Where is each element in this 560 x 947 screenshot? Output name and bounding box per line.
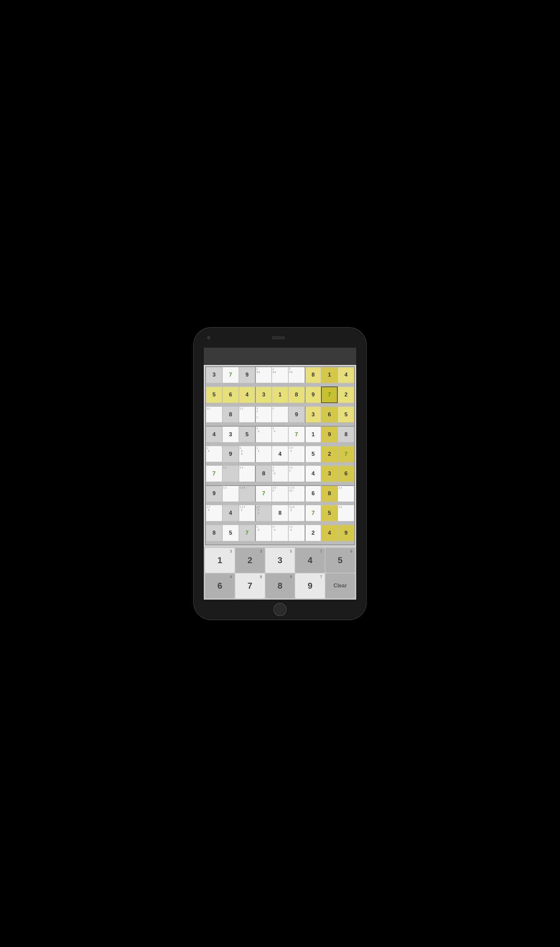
num-button-5[interactable]: 56 [325,548,355,573]
grid-cell[interactable]: 1 2 [222,465,239,482]
grid-cell[interactable]: 1 6 8 [239,446,255,462]
grid-cell[interactable]: 5 [222,525,239,541]
grid-cell[interactable]: 7 [288,426,305,442]
grid-cell[interactable]: 1 [305,426,322,442]
grid-cell[interactable]: 1 3 6 [288,446,305,462]
grid-cell[interactable]: 8 [272,505,288,521]
grid-cell[interactable]: 1 2 3 6 [239,505,255,521]
grid-cell[interactable]: 1 2 3 [239,485,255,502]
num-button-9[interactable]: 97 [295,573,325,598]
grid-cell[interactable]: 4 [239,386,255,403]
grid-cell[interactable]: 4 [222,505,239,521]
cell-candidates: 1 2 3 6 [289,505,295,511]
grid-cell[interactable]: 9 [288,407,305,423]
grid-cell[interactable]: 7 [255,485,272,502]
cell-candidates: 2 3 5 [273,486,276,492]
grid-cell[interactable]: 1 6 [255,446,272,462]
grid-cell[interactable]: 1 [321,367,338,383]
grid-cell[interactable]: 4 [338,367,354,383]
phone-screen: 3792 5 62 5 62 5 68145643189721 281 22 4… [204,348,356,600]
grid-cell[interactable]: 3 [222,426,239,442]
grid-cell[interactable]: 9 [239,367,255,383]
grid-cell[interactable]: 9 [305,386,322,403]
grid-cell[interactable]: 6 [338,465,354,482]
grid-cell[interactable]: 3 [305,407,322,423]
grid-cell[interactable]: 2 5 9 [272,465,288,482]
grid-cell[interactable]: 3 6 [272,525,288,541]
grid-cell[interactable]: 2 5 6 [272,367,288,383]
grid-cell[interactable]: 1 3 [338,505,354,521]
num-button-6[interactable]: 64 [205,573,235,598]
grid-cell[interactable]: 1 3 [338,485,354,502]
num-button-2[interactable]: 23 [235,548,265,573]
grid-cell[interactable]: 4 [321,525,338,541]
grid-cell[interactable]: 1 2 [206,407,222,423]
grid-cell[interactable]: 5 [305,446,322,462]
grid-cell[interactable]: 9 [222,446,239,462]
grid-cell[interactable]: 1 3 6 [288,525,305,541]
grid-cell[interactable]: 1 [272,386,288,403]
grid-cell[interactable]: 2 4 7 [255,407,272,423]
grid-cell[interactable]: 2 5 6 [255,367,272,383]
grid-cell[interactable]: 2 3 5 [272,485,288,502]
grid-cell[interactable]: 7 [338,446,354,462]
grid-cell[interactable]: 7 [239,525,255,541]
grid-cell[interactable]: 1 2 6 [206,505,222,521]
grid-cell[interactable]: 1 6 [255,525,272,541]
num-button-3[interactable]: 35 [265,548,295,573]
grid-cell[interactable]: 1 2 3 6 [288,505,305,521]
grid-cell[interactable]: 9 [206,485,222,502]
grid-cell[interactable]: 4 [305,465,322,482]
grid-cell[interactable]: 8 [288,386,305,403]
grid-cell[interactable]: 3 [321,465,338,482]
grid-cell[interactable]: 6 [222,386,239,403]
grid-cell[interactable]: 8 [255,465,272,482]
num-superscript: 3 [260,549,262,553]
num-button-7[interactable]: 78 [235,573,265,598]
grid-cell[interactable]: 5 [338,407,354,423]
grid-cell[interactable]: 5 [206,386,222,403]
grid-cell[interactable]: 1 2 [239,465,255,482]
grid-cell[interactable]: 6 [305,485,322,502]
grid-cell[interactable]: 9 [321,426,338,442]
grid-cell[interactable]: 1 2 [239,407,255,423]
clear-button[interactable]: Clear [325,573,355,598]
grid-cell[interactable]: 2 [272,407,288,423]
grid-cell[interactable]: 7 [222,367,239,383]
grid-cell[interactable]: 1 2 3 4 5 [288,485,305,502]
grid-cell[interactable]: 8 [222,407,239,423]
cell-candidates: 2 6 [257,427,259,433]
grid-cell[interactable]: 8 [321,485,338,502]
grid-cell[interactable]: 8 [206,525,222,541]
grid-cell[interactable]: 9 [338,525,354,541]
grid-cell[interactable]: 4 [272,446,288,462]
grid-cell[interactable]: 2 [338,386,354,403]
grid-cell[interactable]: 8 [338,426,354,442]
grid-cell[interactable]: 3 [206,367,222,383]
grid-cell[interactable]: 2 6 [272,426,288,442]
grid-cell[interactable]: 4 [206,426,222,442]
cell-candidates: 1 2 3 4 5 [289,486,295,492]
grid-cell[interactable]: 2 6 [255,426,272,442]
grid-cell[interactable]: 5 [239,426,255,442]
num-button-1[interactable]: 13 [205,548,235,573]
grid-cell[interactable]: 7 [305,505,322,521]
grid-cell[interactable]: 1 2 5 [288,465,305,482]
grid-cell[interactable]: 2 [321,446,338,462]
grid-cell[interactable]: 1 2 [222,485,239,502]
grid-cell[interactable]: 1 2 6 9 [255,505,272,521]
num-button-8[interactable]: 88 [265,573,295,598]
cell-candidates: 1 6 [257,447,259,453]
grid-cell[interactable]: 6 [321,407,338,423]
num-button-4[interactable]: 47 [295,548,325,573]
grid-cell[interactable]: 1 6 [206,446,222,462]
grid-cell[interactable]: 7 [206,465,222,482]
grid-cell[interactable]: 3 [255,386,272,403]
cell-candidates: 1 2 6 [207,505,210,511]
grid-cell[interactable]: 8 [305,367,322,383]
grid-cell[interactable]: 5 [321,505,338,521]
grid-cell[interactable]: 2 [305,525,322,541]
grid-cell[interactable]: 2 5 6 [288,367,305,383]
grid-cell[interactable]: 7 [321,386,338,403]
home-button[interactable] [273,603,287,616]
